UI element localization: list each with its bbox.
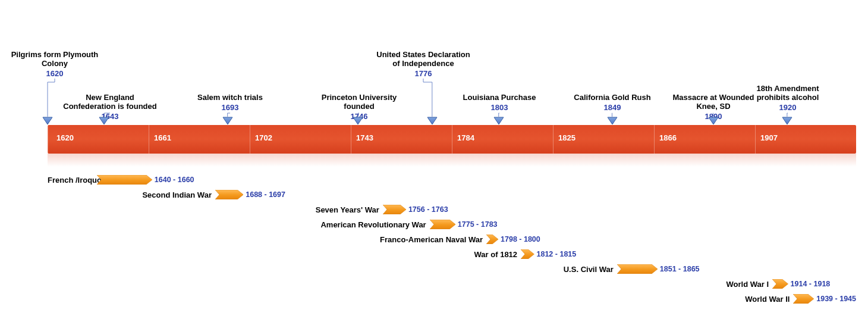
timeline-tick: 1661 [149,125,149,154]
event-marker-icon [427,117,438,125]
svg-marker-11 [383,205,406,214]
svg-marker-9 [97,175,152,185]
event-title: United States Declaration of Independenc… [376,51,471,68]
svg-marker-2 [223,117,232,124]
timeline-event: New England Confederation is founded1643 [62,93,158,121]
event-title: Salem witch trials [197,93,263,102]
svg-marker-1 [99,117,109,124]
svg-marker-14 [521,249,534,259]
event-marker-icon [782,117,792,125]
timeline-tick-label: 1825 [558,133,575,142]
timeline-tick-label: 1784 [457,133,474,142]
timeline-period: U.S. Civil War1851 - 1865 [48,263,856,275]
event-title: 18th Amendment prohibits alcohol [740,85,835,102]
timeline-tick-label: 1620 [56,133,74,142]
period-label: World War II [48,295,790,304]
event-year: 1620 [46,69,64,78]
svg-marker-7 [709,117,718,124]
event-year: 1693 [222,103,239,112]
period-range: 1939 - 1945 [816,295,856,303]
timeline-event: Salem witch trials1693 [183,93,278,112]
period-arrow-icon [215,190,243,199]
timeline-tick: 1825 [553,125,553,154]
timeline-period: War of 18121812 - 1815 [48,248,856,260]
svg-marker-17 [793,294,814,304]
period-arrow-icon [97,175,152,185]
timeline-event: United States Declaration of Independenc… [376,51,471,78]
timeline-period: Franco-American Naval War1798 - 1800 [48,233,856,245]
event-marker-icon [42,117,53,125]
event-leader-line [48,79,55,117]
timeline-tick: 1866 [654,125,655,154]
event-marker-icon [222,117,233,125]
timeline-event: 18th Amendment prohibits alcohol1920 [740,85,835,112]
period-label: Second Indian War [48,190,212,199]
timeline-tick: 1620 [48,125,48,154]
svg-marker-16 [772,279,788,289]
event-title: Louisiana Purchase [463,93,536,102]
period-range: 1914 - 1918 [791,280,831,288]
period-arrow-icon [430,220,455,229]
event-year: 1849 [604,103,621,112]
svg-marker-5 [494,117,504,124]
event-title: California Gold Rush [574,93,650,102]
period-arrow-icon [617,264,658,274]
period-range: 1688 - 1697 [246,190,285,199]
timeline: 16201661170217431784182518661907 [48,125,856,154]
period-range: 1756 - 1763 [408,205,448,214]
event-year: 1803 [491,103,508,112]
timeline-tick: 1743 [351,125,351,154]
svg-marker-6 [608,117,617,124]
event-title: Pilgrims form Plymouth Colony [7,51,102,68]
timeline-period: Seven Years' War1756 - 1763 [48,204,856,215]
leader-lines-overlay [0,0,868,325]
period-label: World War I [48,280,769,289]
period-range: 1851 - 1865 [660,265,700,273]
period-arrow-icon [486,235,498,244]
timeline-period: Second Indian War1688 - 1697 [48,189,856,201]
timeline-event: California Gold Rush1849 [565,93,660,112]
period-label: U.S. Civil War [48,265,614,274]
timeline-tick: 1702 [250,125,250,154]
event-marker-icon [708,117,719,125]
period-label: Seven Years' War [48,205,379,214]
timeline-tick-label: 1702 [255,133,272,142]
period-range: 1640 - 1660 [155,176,194,184]
svg-marker-0 [43,117,52,124]
event-marker-icon [353,117,363,125]
event-year: 1776 [415,69,432,78]
svg-marker-12 [430,220,455,229]
timeline-tick: 1907 [755,125,756,154]
svg-marker-13 [486,235,498,244]
period-arrow-icon [521,249,534,259]
svg-marker-8 [782,117,792,124]
event-title: New England Confederation is founded [62,93,158,111]
svg-marker-3 [353,117,363,124]
period-label: French /Iroquois War: [48,176,93,185]
timeline-tick: 1784 [452,125,452,154]
period-label: American Revolutionary War [48,220,426,229]
timeline-event: Pilgrims form Plymouth Colony1620 [7,51,102,78]
period-range: 1798 - 1800 [501,235,540,243]
period-arrow-icon [793,294,814,304]
timeline-tick-label: 1661 [154,133,171,142]
event-marker-icon [607,117,618,125]
event-title: Princeton University founded [312,93,407,111]
event-year: 1920 [779,103,797,112]
event-marker-icon [493,117,504,125]
svg-marker-4 [427,117,437,124]
timeline-period: French /Iroquois War:1640 - 1660 [48,174,856,186]
timeline-tick-label: 1907 [760,133,778,142]
timeline-event: Louisiana Purchase1803 [452,93,547,112]
period-label: Franco-American Naval War [48,235,483,244]
period-range: 1812 - 1815 [537,250,577,258]
timeline-tick-label: 1866 [659,133,677,142]
event-marker-icon [99,117,109,125]
timeline-period: World War II1939 - 1945 [48,293,856,305]
timeline-bar: 16201661170217431784182518661907 [48,125,856,154]
timeline-period: American Revolutionary War1775 - 1783 [48,218,856,230]
event-leader-line [423,79,432,117]
svg-marker-15 [617,264,658,274]
timeline-period: World War I1914 - 1918 [48,278,856,290]
timeline-tick-label: 1743 [356,133,373,142]
